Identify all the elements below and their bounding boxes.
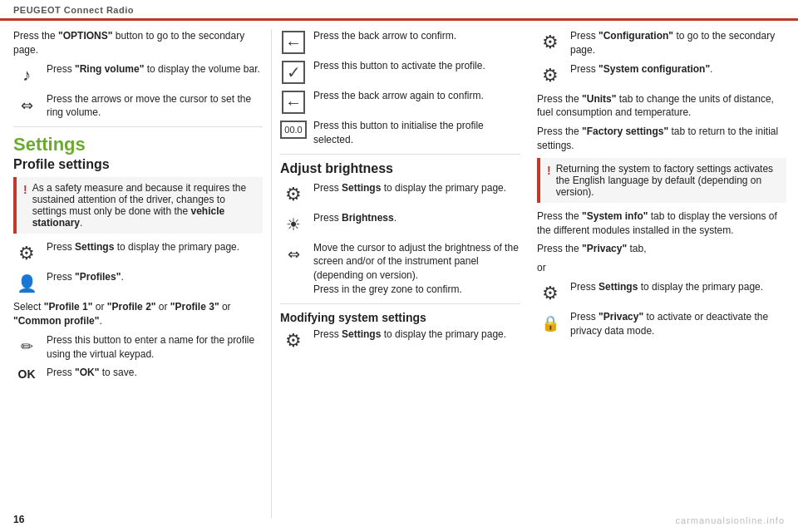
section-title-settings: Settings <box>13 134 263 155</box>
units-text: Press the "Units" tab to change the unit… <box>537 92 786 121</box>
music-icon: ♪ <box>15 64 38 87</box>
profiles-text: Press "Profiles". <box>47 270 263 284</box>
arrows-text: Press the arrows or move the cursor to s… <box>47 92 263 121</box>
page-number: 16 <box>13 514 24 525</box>
cursor-brightness-text: Move the cursor to adjust the brightness… <box>313 241 520 297</box>
divider-1 <box>13 126 263 127</box>
brightness-text: Press Brightness. <box>313 211 520 225</box>
ok-text: Press "OK" to save. <box>47 366 263 380</box>
lock-icon: 🔒 <box>539 312 562 335</box>
privacy-activate-text: Press "Privacy" to activate or deactivat… <box>570 310 786 338</box>
counter-icon: 00.0 <box>280 121 307 139</box>
header: PEUGEOT Connect Radio <box>0 0 798 21</box>
counter-row: 00.0 Press this button to initialise the… <box>280 119 520 147</box>
gear-icon-2: ⚙ <box>282 183 305 206</box>
system-config-row: ⚙ Press "System configuration". <box>537 62 786 87</box>
settings-system-text: Press Settings to display the primary pa… <box>313 328 520 342</box>
sub-title-system: Modifying system settings <box>280 311 520 324</box>
settings-system-row: ⚙ Press Settings to display the primary … <box>280 328 520 352</box>
back-arrow-icon-1: ← <box>282 31 305 54</box>
main-content: Press the "OPTIONS" button to go to the … <box>0 21 798 526</box>
counter-text: Press this button to initialise the prof… <box>313 119 520 147</box>
divider-3 <box>280 303 520 304</box>
gear-icon-5: ⚙ <box>539 64 562 87</box>
warning-box-1: ! As a safety measure and because it req… <box>13 177 263 234</box>
sysinfo-text: Press the "System info" tab to display t… <box>537 209 786 238</box>
arrows-icon: ⇔ <box>15 94 38 117</box>
settings-primary-text-1: Press Settings to display the primary pa… <box>47 240 263 254</box>
warning-text-2: Returning the system to factory settings… <box>556 163 780 198</box>
configuration-row: ⚙ Press "Configuration" to go to the sec… <box>537 29 786 57</box>
back-arrow-text-2: Press the back arrow again to confirm. <box>313 89 520 103</box>
check-text: Press this button to activate the profil… <box>313 59 520 73</box>
ok-row: OK Press "OK" to save. <box>13 366 263 381</box>
ring-volume-row: ♪ Press "Ring volume" to display the vol… <box>13 62 263 87</box>
back-arrow-icon-2: ← <box>282 91 305 114</box>
warning-text-1: As a safety measure and because it requi… <box>32 182 256 229</box>
brightness-icon: ☀ <box>282 213 305 236</box>
cursor-brightness-row: ⇔ Move the cursor to adjust the brightne… <box>280 241 520 297</box>
profiles-row: 👤 Press "Profiles". <box>13 270 263 295</box>
column-3: ⚙ Press "Configuration" to go to the sec… <box>529 29 786 518</box>
privacy-activate-row: 🔒 Press "Privacy" to activate or deactiv… <box>537 310 786 338</box>
gear-icon-3: ⚙ <box>282 329 305 352</box>
column-2: ← Press the back arrow to confirm. ✓ Pre… <box>271 29 529 518</box>
factory-text: Press the "Factory settings" tab to retu… <box>537 125 786 153</box>
divider-2 <box>280 154 520 155</box>
configuration-text: Press "Configuration" to go to the secon… <box>570 29 786 57</box>
back-arrow-row-1: ← Press the back arrow to confirm. <box>280 29 520 54</box>
back-arrow-text-1: Press the back arrow to confirm. <box>313 29 520 43</box>
system-config-text: Press "System configuration". <box>570 62 786 76</box>
ring-volume-text: Press "Ring volume" to display the volum… <box>47 62 263 76</box>
pen-text: Press this button to enter a name for th… <box>47 333 263 362</box>
profile-icon: 👤 <box>15 272 38 295</box>
ok-icon: OK <box>18 367 36 381</box>
warning-icon-1: ! <box>23 183 27 196</box>
brightness-icon-row: ☀ Press Brightness. <box>280 211 520 236</box>
pen-icon: ✏ <box>15 335 38 358</box>
check-row: ✓ Press this button to activate the prof… <box>280 59 520 84</box>
gear-icon-1: ⚙ <box>15 242 38 265</box>
settings-brightness-text: Press Settings to display the primary pa… <box>313 181 520 195</box>
settings-privacy-row: ⚙ Press Settings to display the primary … <box>537 280 786 305</box>
gear-icon-6: ⚙ <box>539 282 562 305</box>
pen-row: ✏ Press this button to enter a name for … <box>13 333 263 362</box>
gear-icon-4: ⚙ <box>539 31 562 54</box>
cursor-icon: ⇔ <box>282 243 305 266</box>
sub-title-profile: Profile settings <box>13 157 263 172</box>
header-title: PEUGEOT Connect Radio <box>13 5 134 15</box>
settings-brightness-row: ⚙ Press Settings to display the primary … <box>280 181 520 206</box>
options-intro: Press the "OPTIONS" button to go to the … <box>13 29 263 57</box>
back-arrow-row-2: ← Press the back arrow again to confirm. <box>280 89 520 114</box>
warning-box-2: ! Returning the system to factory settin… <box>537 158 786 203</box>
settings-primary-row-1: ⚙ Press Settings to display the primary … <box>13 240 263 265</box>
select-profile-text: Select "Profile 1" or "Profile 2" or "Pr… <box>13 300 263 328</box>
watermark: carmanualsionline.info <box>676 515 785 525</box>
or-text: or <box>537 261 786 275</box>
sub-title-brightness: Adjust brightness <box>280 161 520 176</box>
check-icon: ✓ <box>282 61 305 84</box>
privacy-tab-text: Press the "Privacy" tab, <box>537 242 786 256</box>
column-1: Press the "OPTIONS" button to go to the … <box>13 29 271 518</box>
warning-icon-2: ! <box>547 164 551 177</box>
settings-privacy-text: Press Settings to display the primary pa… <box>570 280 786 294</box>
arrows-row: ⇔ Press the arrows or move the cursor to… <box>13 92 263 121</box>
